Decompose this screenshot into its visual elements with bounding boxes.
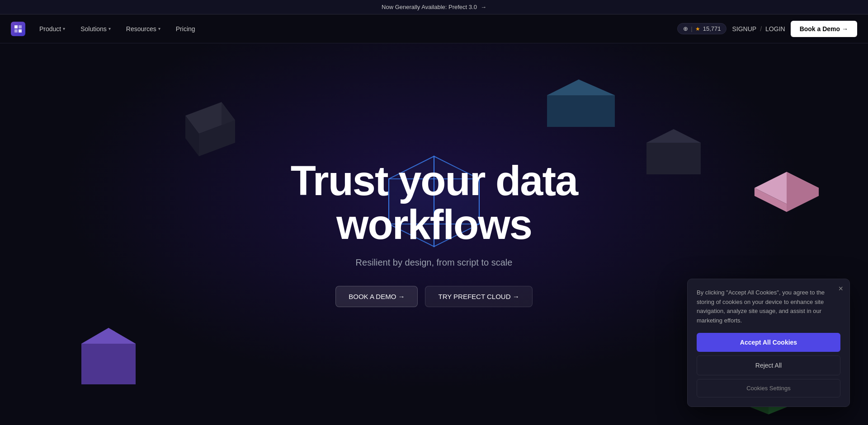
- cookies-settings-button[interactable]: Cookies Settings: [697, 379, 840, 397]
- github-badge[interactable]: ⊕ | ★ 15,771: [677, 23, 726, 34]
- accept-cookies-button[interactable]: Accept All Cookies: [697, 333, 840, 352]
- svg-marker-24: [755, 172, 819, 204]
- svg-marker-21: [646, 129, 674, 174]
- hero-try-cloud-button[interactable]: TRY PREFECT CLOUD →: [425, 286, 532, 307]
- svg-marker-16: [579, 79, 615, 127]
- chevron-down-icon: ▾: [63, 26, 65, 31]
- star-icon: ★: [695, 26, 700, 32]
- badge-separator: |: [691, 25, 692, 32]
- cube-purple-bottomleft: [72, 319, 145, 409]
- svg-marker-28: [81, 328, 108, 384]
- svg-marker-29: [81, 344, 136, 384]
- svg-marker-5: [185, 116, 199, 156]
- navbar: Product ▾ Solutions ▾ Resources ▾ Pricin…: [0, 14, 868, 43]
- svg-marker-22: [646, 143, 701, 174]
- nav-items: Product ▾ Solutions ▾ Resources ▾ Pricin…: [33, 21, 677, 37]
- nav-product[interactable]: Product ▾: [33, 21, 72, 37]
- svg-rect-1: [19, 25, 22, 28]
- signup-link[interactable]: SIGNUP: [732, 25, 756, 33]
- nav-solutions[interactable]: Solutions ▾: [74, 21, 118, 37]
- svg-marker-6: [222, 102, 235, 143]
- github-count: 15,771: [703, 25, 721, 32]
- cookie-close-button[interactable]: ×: [838, 285, 843, 293]
- nav-right: ⊕ | ★ 15,771 SIGNUP / LOGIN Book a Demo …: [677, 21, 857, 37]
- hero-buttons: BOOK A DEMO → TRY PREFECT CLOUD →: [291, 286, 578, 307]
- chevron-down-icon: ▾: [108, 26, 111, 31]
- login-link[interactable]: LOGIN: [765, 25, 785, 33]
- svg-marker-26: [755, 188, 787, 212]
- cookie-panel: × By clicking "Accept All Cookies", you …: [687, 279, 850, 407]
- svg-marker-25: [787, 172, 819, 212]
- svg-marker-20: [674, 129, 701, 174]
- cube-dark-right: [642, 125, 705, 197]
- hero-book-demo-button[interactable]: BOOK A DEMO →: [335, 286, 418, 307]
- svg-marker-7: [199, 120, 235, 156]
- svg-marker-4: [185, 102, 235, 134]
- reject-all-button[interactable]: Reject All: [697, 355, 840, 375]
- nav-auth: SIGNUP / LOGIN: [732, 25, 785, 33]
- cube-dark-topleft: [172, 98, 244, 161]
- logo[interactable]: [11, 22, 25, 36]
- hero-subtitle: Resilient by design, from script to scal…: [291, 257, 578, 268]
- book-demo-button[interactable]: Book a Demo →: [791, 21, 857, 37]
- svg-marker-19: [547, 79, 615, 95]
- svg-marker-27: [108, 328, 136, 384]
- svg-marker-17: [547, 79, 579, 127]
- chevron-down-icon: ▾: [158, 26, 160, 31]
- hero-title: Trust your data workflows: [291, 159, 578, 246]
- shape-pink-right: [750, 170, 823, 215]
- svg-marker-18: [547, 95, 615, 127]
- svg-rect-0: [14, 25, 18, 28]
- banner-arrow[interactable]: [481, 4, 486, 10]
- svg-rect-3: [19, 29, 22, 33]
- svg-rect-2: [14, 29, 18, 33]
- svg-marker-30: [81, 328, 136, 344]
- banner-text: Now Generally Available: Prefect 3.0: [382, 4, 477, 10]
- github-icon: ⊕: [683, 25, 688, 32]
- auth-separator: /: [760, 25, 762, 33]
- nav-pricing[interactable]: Pricing: [169, 21, 202, 37]
- cube-teal-topright: [542, 70, 633, 152]
- svg-marker-23: [646, 129, 701, 143]
- logo-icon: [11, 22, 25, 36]
- top-banner: Now Generally Available: Prefect 3.0: [0, 0, 868, 14]
- cookie-description: By clicking "Accept All Cookies", you ag…: [697, 288, 840, 326]
- hero-content: Trust your data workflows Resilient by d…: [282, 159, 587, 307]
- nav-resources[interactable]: Resources ▾: [119, 21, 167, 37]
